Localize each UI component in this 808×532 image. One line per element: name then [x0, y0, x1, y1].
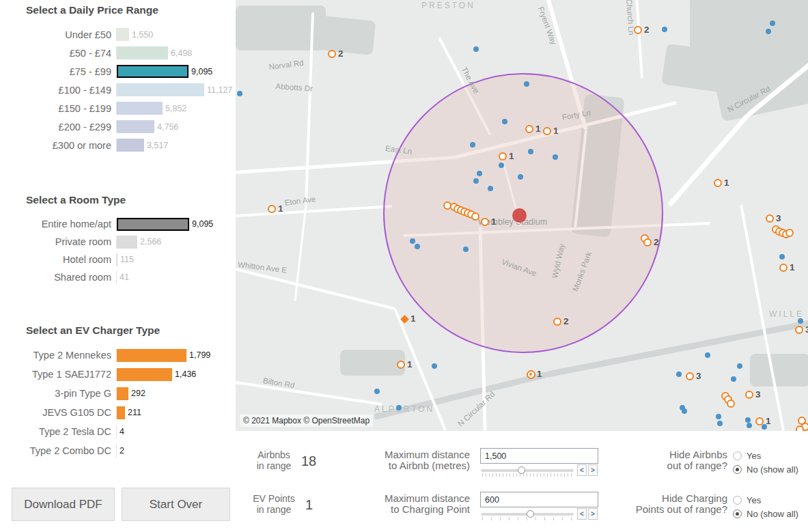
start-over-button[interactable]: Start Over	[122, 488, 230, 521]
airbnb-dot[interactable]	[682, 408, 687, 414]
chart-row: 3-pin Type G292	[26, 384, 231, 403]
bar[interactable]	[117, 83, 204, 96]
ev-cluster-ring[interactable]	[499, 152, 507, 160]
airbnb-dot[interactable]	[766, 29, 771, 34]
road	[635, 0, 643, 79]
bar[interactable]	[117, 349, 186, 362]
chart-row: Entire home/apt9,095	[26, 215, 231, 233]
airbnb-dot[interactable]	[770, 20, 775, 26]
download-pdf-button[interactable]: Download PDF	[12, 488, 115, 521]
ev-cluster-ring[interactable]	[634, 26, 642, 34]
airbnb-dot[interactable]	[662, 27, 667, 32]
radio-option[interactable]: No (show all)	[733, 462, 798, 476]
airbnb-dot[interactable]	[477, 171, 482, 176]
bar[interactable]	[117, 102, 163, 115]
ev-cluster-ring[interactable]	[796, 425, 804, 431]
bar[interactable]	[117, 368, 172, 381]
airbnb-dot[interactable]	[473, 178, 479, 184]
bar[interactable]	[117, 387, 128, 400]
ev-cluster-ring[interactable]	[268, 205, 276, 213]
row-label: £150 - £199	[26, 103, 116, 114]
airbnb-dot[interactable]	[499, 163, 504, 168]
ev-cluster-ring[interactable]	[328, 50, 336, 58]
bar-value: 9,095	[191, 67, 212, 76]
ev-cluster-ring[interactable]	[727, 400, 735, 408]
max-distance-airbnb-input[interactable]	[480, 448, 598, 464]
airbnb-dot[interactable]	[798, 318, 803, 324]
bar[interactable]	[117, 406, 125, 419]
airbnb-distance-increment-button[interactable]: >	[588, 464, 598, 476]
radio-option[interactable]: No (show all)	[733, 507, 798, 520]
ev-cluster-ring[interactable]	[714, 179, 722, 187]
ev-cluster-ring[interactable]	[745, 391, 753, 399]
ev-cluster-ring[interactable]	[686, 372, 694, 380]
airbnb-dot[interactable]	[432, 363, 437, 369]
charging-distance-slider-thumb[interactable]	[527, 510, 534, 518]
bar[interactable]	[117, 28, 129, 41]
airbnb-dot[interactable]	[470, 142, 475, 148]
map[interactable]: PRESTONFryent WayChurch LnN Circular RdN…	[236, 0, 808, 431]
airbnb-dot[interactable]	[737, 363, 742, 369]
charging-distance-increment-button[interactable]: >	[588, 508, 598, 520]
ev-cluster-ring[interactable]	[553, 318, 561, 326]
airbnb-dot[interactable]	[463, 247, 469, 252]
row-label: £200 - £299	[26, 122, 116, 132]
airbnb-dot[interactable]	[502, 119, 507, 124]
airbnb-dot[interactable]	[745, 417, 751, 423]
charging-distance-decrement-button[interactable]: <	[577, 508, 587, 520]
ev-cluster-ring[interactable]	[397, 361, 405, 369]
bar-value: 6,498	[171, 48, 192, 58]
ev-cluster-ring[interactable]	[543, 127, 551, 135]
bar-value: 292	[131, 389, 145, 398]
bar[interactable]	[117, 65, 189, 78]
airbnb-dot[interactable]	[473, 46, 479, 52]
bar[interactable]	[117, 236, 137, 249]
airbnb-dot[interactable]	[374, 389, 380, 394]
airbnb-dot[interactable]	[717, 421, 723, 426]
bar[interactable]	[117, 218, 189, 231]
ev-cluster-ring[interactable]	[643, 238, 652, 247]
airbnb-dot[interactable]	[716, 414, 721, 419]
airbnb-dot[interactable]	[410, 238, 415, 244]
airbnb-dot[interactable]	[528, 149, 533, 154]
airbnb-dot[interactable]	[553, 154, 558, 160]
ev-cluster-ring[interactable]	[779, 264, 788, 272]
airbnb-dot[interactable]	[488, 186, 493, 191]
radio-option[interactable]: Yes	[733, 449, 798, 462]
ev-cluster-ring[interactable]	[766, 214, 774, 223]
bar[interactable]	[117, 253, 117, 266]
ev-filled-marker[interactable]	[527, 370, 535, 379]
ev-cluster-ring[interactable]	[755, 417, 764, 425]
ev-cluster-ring[interactable]	[525, 125, 533, 133]
dashboard: Select a Daily Price Range Under £501,55…	[0, 0, 808, 532]
airbnb-dot[interactable]	[518, 174, 523, 180]
bar-value: 2,566	[140, 237, 161, 247]
bar[interactable]	[117, 46, 168, 59]
airbnb-dot[interactable]	[747, 423, 752, 428]
stadium-marker[interactable]	[512, 208, 527, 223]
map-attribution[interactable]: © 2021 Mapbox © OpenStreetMap	[240, 415, 373, 427]
marker-count-label: 3	[805, 324, 808, 335]
max-distance-charging-input[interactable]	[480, 492, 598, 507]
ev-cluster-ring[interactable]	[785, 229, 794, 237]
ev-cluster-ring[interactable]	[481, 218, 489, 226]
airbnb-dot[interactable]	[676, 372, 682, 377]
airbnb-dot[interactable]	[779, 254, 785, 260]
ev-cluster-ring[interactable]	[795, 326, 803, 334]
airbnb-distance-slider[interactable]	[481, 469, 574, 472]
hide-airbnbs-radio-group: YesNo (show all)	[733, 449, 798, 476]
row-label: £300 or more	[26, 140, 116, 151]
airbnb-dot[interactable]	[524, 81, 529, 87]
bar[interactable]	[117, 139, 144, 152]
airbnb-dot[interactable]	[731, 376, 736, 382]
airbnb-dot[interactable]	[415, 244, 420, 249]
radio-option[interactable]: Yes	[733, 493, 798, 507]
row-label: Type 2 Tesla DC	[26, 426, 116, 437]
airbnb-distance-decrement-button[interactable]: <	[577, 464, 587, 476]
ev-cluster-ring[interactable]	[471, 212, 479, 221]
bar[interactable]	[117, 120, 154, 133]
airbnb-dot[interactable]	[237, 91, 242, 96]
airbnb-dot[interactable]	[396, 405, 402, 410]
charging-distance-slider[interactable]	[481, 513, 574, 516]
airbnb-dot[interactable]	[705, 352, 710, 358]
